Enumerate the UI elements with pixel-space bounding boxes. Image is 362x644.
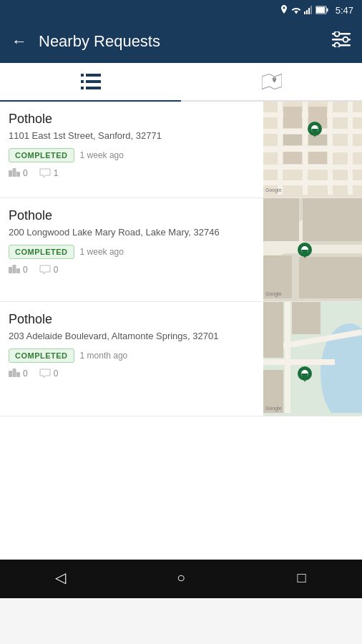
vote-icon [9,369,20,379]
request-title-2: Pothole [9,208,255,223]
request-status-row-1: COMPLETED 1 week ago [9,148,255,162]
svg-text:Google: Google [265,406,282,411]
comment-count-3: 0 [54,369,59,379]
filter-button[interactable] [332,31,351,52]
recent-nav-icon: □ [298,570,306,586]
svg-rect-17 [86,80,101,83]
list-item[interactable]: Pothole 1101 East 1st Street, Sanford, 3… [0,102,362,198]
svg-rect-64 [285,302,290,413]
time-ago-2: 1 week ago [80,247,124,257]
svg-rect-18 [86,87,101,89]
back-button[interactable]: ← [11,32,27,51]
map-thumb-3: Google [263,302,362,416]
svg-rect-44 [13,265,16,273]
request-info-1: Pothole 1101 East 1st Street, Sanford, 3… [0,102,263,197]
page-title: Nearby Requests [39,32,321,51]
vote-count-1: 0 [23,168,28,178]
svg-point-11 [343,37,348,42]
app-header: ← Nearby Requests [0,20,362,63]
svg-rect-1 [306,10,308,14]
list-item[interactable]: Pothole 200 Longwood Lake Mary Road, Lak… [0,198,362,302]
svg-rect-49 [263,198,299,241]
svg-rect-66 [292,302,321,334]
status-badge-3: COMPLETED [9,348,74,363]
svg-rect-30 [303,102,308,195]
map-svg-2: Google [263,198,362,298]
svg-rect-36 [308,135,327,145]
svg-rect-37 [283,152,302,164]
comment-count-2: 0 [54,265,59,275]
back-nav-icon: ◁ [55,569,66,586]
svg-rect-29 [278,102,283,195]
request-meta-3: 0 0 [9,369,255,379]
battery-icon [315,6,328,14]
vote-count-3: 0 [23,369,28,379]
request-title-1: Pothole [9,112,255,127]
svg-rect-14 [81,80,84,83]
request-meta-1: 0 1 [9,168,255,178]
svg-rect-52 [299,257,362,298]
request-address-3: 203 Adelaide Boulevard, Altamonte Spring… [9,330,255,343]
tab-list[interactable] [0,63,181,100]
comment-icon [39,369,51,379]
comments-3: 0 [39,369,59,379]
signal-icon [304,6,313,14]
svg-rect-63 [263,359,335,365]
svg-rect-31 [328,102,333,195]
svg-rect-13 [81,74,84,77]
svg-rect-3 [310,6,312,14]
svg-rect-33 [283,107,302,128]
map-svg-3: Google [263,302,362,413]
votes-2: 0 [9,265,28,275]
time-ago-1: 1 week ago [80,150,124,160]
status-icons [280,5,328,15]
svg-rect-57 [9,371,12,377]
vote-count-2: 0 [23,265,28,275]
request-info-3: Pothole 203 Adelaide Boulevard, Altamont… [0,302,263,416]
request-status-row-2: COMPLETED 1 week ago [9,245,255,259]
votes-3: 0 [9,369,28,379]
map-thumb-1: Google [263,102,362,197]
vote-icon [9,265,20,275]
list-icon [81,72,101,92]
svg-rect-32 [348,102,353,195]
svg-rect-21 [13,168,16,177]
wifi-icon [291,6,301,14]
home-nav-button[interactable]: ○ [160,563,202,592]
svg-rect-45 [16,268,20,273]
svg-rect-6 [326,9,328,12]
back-nav-button[interactable]: ◁ [39,563,82,592]
tab-map[interactable] [181,63,362,100]
votes-1: 0 [9,168,28,178]
svg-rect-38 [308,152,327,164]
empty-space [0,416,362,560]
status-badge-2: COMPLETED [9,245,74,259]
time-ago-3: 1 month ago [80,351,128,361]
request-address-1: 1101 East 1st Street, Sanford, 32771 [9,130,255,142]
home-nav-icon: ○ [177,570,185,586]
svg-rect-2 [308,8,310,14]
filter-icon [332,31,351,47]
map-thumb-2: Google [263,198,362,301]
recent-nav-button[interactable]: □ [280,563,323,592]
map-icon [262,72,282,92]
svg-rect-48 [263,245,362,253]
list-item[interactable]: Pothole 203 Adelaide Boulevard, Altamont… [0,302,362,416]
svg-rect-65 [263,302,283,358]
svg-rect-35 [283,135,302,145]
comments-2: 0 [39,265,59,275]
svg-rect-59 [16,372,20,377]
svg-rect-15 [81,87,84,89]
svg-rect-22 [16,172,20,177]
comment-icon [39,265,51,275]
svg-rect-43 [9,267,12,273]
svg-text:Google: Google [265,187,282,193]
svg-rect-5 [316,7,325,13]
request-status-row-3: COMPLETED 1 month ago [9,348,255,363]
request-list: Pothole 1101 East 1st Street, Sanford, 3… [0,102,362,416]
status-badge-1: COMPLETED [9,148,74,162]
svg-rect-58 [13,369,16,377]
svg-rect-20 [9,170,12,177]
svg-rect-0 [304,11,305,14]
comments-1: 1 [39,168,59,178]
